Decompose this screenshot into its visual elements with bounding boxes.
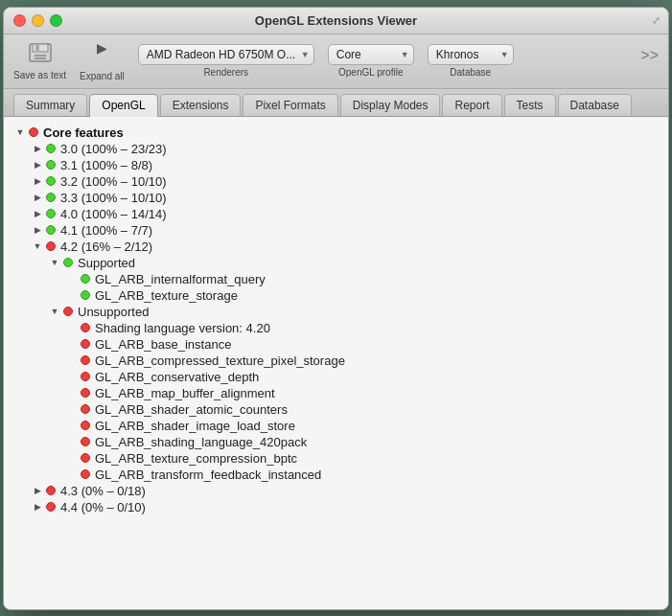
toolbar: Save as text ▶ Expand all AMD Radeon HD … (4, 34, 668, 89)
item-label: 3.3 (100% – 10/10) (60, 191, 167, 205)
toggle-icon[interactable] (48, 256, 61, 269)
status-dot (29, 127, 38, 137)
tree-row[interactable]: GL_ARB_base_instance (4, 336, 668, 353)
profile-select[interactable]: Core (328, 44, 414, 65)
status-dot (63, 258, 73, 267)
status-dot (81, 469, 90, 479)
tree-row[interactable]: Supported (4, 255, 668, 271)
window-controls (13, 14, 62, 27)
tree-row[interactable]: 4.3 (0% – 0/18) (4, 483, 668, 499)
item-label: Shading language version: 4.20 (95, 321, 270, 335)
status-dot (81, 355, 90, 365)
status-dot (46, 486, 56, 495)
toggle-icon[interactable] (31, 158, 44, 171)
status-dot (46, 193, 56, 202)
tabs-bar: SummaryOpenGLExtensionsPixel FormatsDisp… (4, 89, 668, 117)
status-dot (46, 241, 56, 251)
tree-row[interactable]: 3.1 (100% – 8/8) (4, 157, 668, 173)
tree-row[interactable]: GL_ARB_map_buffer_alignment (4, 385, 668, 401)
tree-row[interactable]: 3.0 (100% – 23/23) (4, 141, 668, 157)
item-label: 3.1 (100% – 8/8) (60, 158, 152, 172)
renderer-select[interactable]: AMD Radeon HD 6750M O... (138, 44, 314, 65)
renderer-label: Renderers (203, 67, 248, 78)
item-label: GL_ARB_shader_image_load_store (95, 419, 295, 433)
maximize-button[interactable] (50, 14, 62, 27)
window-title: OpenGL Extensions Viewer (255, 13, 417, 28)
renderer-select-group: AMD Radeon HD 6750M O... ▼ Renderers (138, 44, 314, 78)
tree-row[interactable]: GL_ARB_texture_storage (4, 287, 668, 304)
item-label: 3.2 (100% – 10/10) (60, 174, 167, 189)
tree-row[interactable]: GL_ARB_compressed_texture_pixel_storage (4, 353, 668, 369)
tab-report[interactable]: Report (442, 94, 501, 116)
status-dot (46, 176, 56, 186)
item-label: 3.0 (100% – 23/23) (60, 142, 167, 156)
item-label: 4.1 (100% – 7/7) (60, 223, 152, 238)
item-label: 4.3 (0% – 0/18) (60, 484, 146, 498)
toggle-icon[interactable] (31, 240, 44, 253)
item-label: GL_ARB_base_instance (95, 337, 231, 352)
status-dot (81, 372, 90, 381)
tab-display-modes[interactable]: Display Modes (340, 94, 441, 116)
toggle-icon[interactable] (31, 174, 44, 188)
tree-row[interactable]: Core features (4, 125, 668, 141)
content-area[interactable]: Core features3.0 (100% – 23/23)3.1 (100%… (4, 117, 668, 609)
status-dot (81, 339, 90, 349)
item-label: Core features (43, 125, 124, 140)
status-dot (81, 404, 90, 414)
toggle-icon[interactable] (48, 305, 61, 318)
toggle-icon[interactable] (13, 125, 27, 139)
toggle-icon[interactable] (31, 191, 44, 204)
tree-row[interactable]: 3.3 (100% – 10/10) (4, 190, 668, 206)
titlebar: OpenGL Extensions Viewer ⤢ (4, 8, 668, 34)
item-label: 4.2 (16% – 2/12) (60, 240, 152, 254)
tree-row[interactable]: Shading language version: 4.20 (4, 320, 668, 336)
status-dot (46, 502, 56, 512)
toggle-icon[interactable] (31, 142, 44, 155)
profile-label: OpenGL profile (338, 67, 403, 78)
status-dot (46, 209, 56, 218)
item-label: Unsupported (78, 305, 149, 319)
status-dot (81, 453, 90, 463)
status-dot (81, 290, 90, 300)
toggle-icon[interactable] (31, 484, 44, 497)
tree-row[interactable]: GL_ARB_internalformat_query (4, 271, 668, 287)
toggle-icon[interactable] (31, 500, 44, 513)
tree-row[interactable]: GL_ARB_transform_feedback_instanced (4, 467, 668, 483)
tab-extensions[interactable]: Extensions (160, 94, 242, 116)
tree-row[interactable]: 4.4 (0% – 0/10) (4, 499, 668, 515)
expand-all-group: ▶ Expand all (80, 40, 125, 82)
status-dot (46, 225, 56, 235)
tree-row[interactable]: GL_ARB_shading_language_420pack (4, 434, 668, 450)
tree-row[interactable]: 4.2 (16% – 2/12) (4, 239, 668, 255)
tab-summary[interactable]: Summary (13, 94, 87, 116)
status-dot (46, 144, 56, 153)
tree-row[interactable]: GL_ARB_shader_atomic_counters (4, 401, 668, 418)
status-dot (81, 274, 90, 284)
status-dot (81, 437, 90, 446)
item-label: GL_ARB_shader_atomic_counters (95, 402, 288, 417)
expand-all-label: Expand all (80, 71, 125, 82)
save-text-icon[interactable] (25, 41, 56, 68)
tab-opengl[interactable]: OpenGL (89, 94, 157, 117)
tab-database[interactable]: Database (558, 94, 632, 116)
tree-row[interactable]: Unsupported (4, 304, 668, 320)
tree-row[interactable]: 4.1 (100% – 7/7) (4, 222, 668, 239)
toggle-icon[interactable] (31, 223, 44, 237)
tree-row[interactable]: 4.0 (100% – 14/14) (4, 206, 668, 222)
svg-rect-4 (35, 45, 39, 51)
toggle-icon[interactable] (31, 207, 44, 220)
tree-row[interactable]: GL_ARB_conservative_depth (4, 369, 668, 385)
more-button[interactable]: >> (640, 47, 659, 64)
minimize-button[interactable] (32, 14, 44, 27)
tree-row[interactable]: 3.2 (100% – 10/10) (4, 173, 668, 190)
expand-all-button[interactable]: ▶ (97, 40, 107, 56)
profile-select-group: Core ▼ OpenGL profile (328, 44, 414, 78)
tree-row[interactable]: GL_ARB_shader_image_load_store (4, 418, 668, 434)
item-label: GL_ARB_internalformat_query (95, 272, 266, 286)
tab-pixel-formats[interactable]: Pixel Formats (243, 94, 337, 116)
tab-tests[interactable]: Tests (504, 94, 556, 116)
database-select[interactable]: Khronos (428, 44, 514, 65)
tree-row[interactable]: GL_ARB_texture_compression_bptc (4, 450, 668, 467)
save-text-group: Save as text (13, 41, 66, 81)
close-button[interactable] (13, 14, 26, 27)
